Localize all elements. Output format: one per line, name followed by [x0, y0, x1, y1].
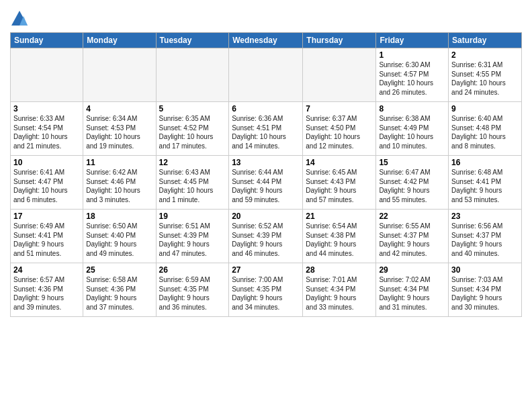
day-info: Sunrise: 6:55 AM Sunset: 4:37 PM Dayligh… [379, 222, 445, 258]
day-info: Sunrise: 6:41 AM Sunset: 4:47 PM Dayligh… [13, 168, 80, 204]
day-number: 9 [451, 104, 519, 113]
calendar-cell: 3Sunrise: 6:33 AM Sunset: 4:54 PM Daylig… [11, 102, 83, 156]
calendar-cell: 30Sunrise: 7:03 AM Sunset: 4:34 PM Dayli… [449, 263, 522, 317]
calendar-cell: 28Sunrise: 7:01 AM Sunset: 4:34 PM Dayli… [303, 263, 376, 317]
day-number: 7 [306, 104, 373, 113]
calendar-header-saturday: Saturday [449, 33, 522, 48]
calendar-cell: 1Sunrise: 6:30 AM Sunset: 4:57 PM Daylig… [376, 48, 449, 102]
day-number: 19 [159, 212, 226, 221]
calendar-cell: 6Sunrise: 6:36 AM Sunset: 4:51 PM Daylig… [229, 102, 303, 156]
calendar-header-wednesday: Wednesday [229, 33, 303, 48]
day-number: 21 [306, 212, 373, 221]
day-number: 15 [379, 158, 445, 167]
day-number: 10 [13, 158, 80, 167]
calendar-cell: 23Sunrise: 6:56 AM Sunset: 4:37 PM Dayli… [449, 210, 522, 263]
day-number: 12 [159, 158, 226, 167]
day-info: Sunrise: 6:34 AM Sunset: 4:53 PM Dayligh… [86, 114, 152, 150]
day-number: 13 [232, 158, 300, 167]
day-number: 25 [86, 265, 152, 275]
calendar-header-monday: Monday [83, 33, 156, 48]
day-info: Sunrise: 6:40 AM Sunset: 4:48 PM Dayligh… [451, 114, 519, 150]
day-number: 1 [379, 50, 445, 60]
calendar-cell: 2Sunrise: 6:31 AM Sunset: 4:55 PM Daylig… [449, 48, 522, 102]
day-info: Sunrise: 7:00 AM Sunset: 4:35 PM Dayligh… [232, 275, 300, 312]
day-number: 8 [379, 104, 445, 113]
calendar-cell [11, 48, 83, 102]
calendar-cell: 29Sunrise: 7:02 AM Sunset: 4:34 PM Dayli… [376, 263, 449, 317]
day-info: Sunrise: 6:36 AM Sunset: 4:51 PM Dayligh… [232, 114, 300, 150]
day-info: Sunrise: 6:59 AM Sunset: 4:35 PM Dayligh… [159, 275, 226, 312]
calendar-header-thursday: Thursday [303, 33, 376, 48]
day-number: 18 [86, 212, 152, 221]
day-info: Sunrise: 6:45 AM Sunset: 4:43 PM Dayligh… [306, 168, 373, 204]
day-info: Sunrise: 6:30 AM Sunset: 4:57 PM Dayligh… [379, 60, 445, 97]
day-number: 27 [232, 265, 300, 275]
calendar-header-friday: Friday [376, 33, 449, 48]
calendar-cell: 21Sunrise: 6:54 AM Sunset: 4:38 PM Dayli… [303, 210, 376, 263]
calendar-cell [229, 48, 303, 102]
day-info: Sunrise: 7:03 AM Sunset: 4:34 PM Dayligh… [451, 275, 519, 312]
calendar-week-row: 10Sunrise: 6:41 AM Sunset: 4:47 PM Dayli… [11, 156, 522, 210]
day-info: Sunrise: 6:49 AM Sunset: 4:41 PM Dayligh… [13, 222, 80, 258]
day-info: Sunrise: 6:58 AM Sunset: 4:36 PM Dayligh… [86, 275, 152, 312]
calendar-cell: 8Sunrise: 6:38 AM Sunset: 4:49 PM Daylig… [376, 102, 449, 156]
calendar-cell [156, 48, 229, 102]
calendar-cell: 16Sunrise: 6:48 AM Sunset: 4:41 PM Dayli… [449, 156, 522, 210]
day-number: 14 [306, 158, 373, 167]
day-info: Sunrise: 6:47 AM Sunset: 4:42 PM Dayligh… [379, 168, 445, 204]
day-info: Sunrise: 6:33 AM Sunset: 4:54 PM Dayligh… [13, 114, 80, 150]
calendar-header-row: SundayMondayTuesdayWednesdayThursdayFrid… [11, 33, 522, 48]
calendar-cell: 15Sunrise: 6:47 AM Sunset: 4:42 PM Dayli… [376, 156, 449, 210]
calendar-cell: 27Sunrise: 7:00 AM Sunset: 4:35 PM Dayli… [229, 263, 303, 317]
day-number: 29 [379, 265, 445, 275]
day-number: 26 [159, 265, 226, 275]
calendar-cell: 13Sunrise: 6:44 AM Sunset: 4:44 PM Dayli… [229, 156, 303, 210]
calendar-week-row: 24Sunrise: 6:57 AM Sunset: 4:36 PM Dayli… [11, 263, 522, 317]
day-info: Sunrise: 6:31 AM Sunset: 4:55 PM Dayligh… [451, 60, 519, 97]
calendar-cell: 4Sunrise: 6:34 AM Sunset: 4:53 PM Daylig… [83, 102, 156, 156]
calendar-cell: 9Sunrise: 6:40 AM Sunset: 4:48 PM Daylig… [449, 102, 522, 156]
day-info: Sunrise: 7:02 AM Sunset: 4:34 PM Dayligh… [379, 275, 445, 312]
calendar-cell: 14Sunrise: 6:45 AM Sunset: 4:43 PM Dayli… [303, 156, 376, 210]
day-number: 4 [86, 104, 152, 113]
calendar-week-row: 3Sunrise: 6:33 AM Sunset: 4:54 PM Daylig… [11, 102, 522, 156]
day-number: 23 [451, 212, 519, 221]
day-number: 5 [159, 104, 226, 113]
day-info: Sunrise: 6:57 AM Sunset: 4:36 PM Dayligh… [13, 275, 80, 312]
day-info: Sunrise: 6:43 AM Sunset: 4:45 PM Dayligh… [159, 168, 226, 204]
calendar-cell: 5Sunrise: 6:35 AM Sunset: 4:52 PM Daylig… [156, 102, 229, 156]
calendar-week-row: 17Sunrise: 6:49 AM Sunset: 4:41 PM Dayli… [11, 210, 522, 263]
day-number: 17 [13, 212, 80, 221]
day-info: Sunrise: 6:48 AM Sunset: 4:41 PM Dayligh… [451, 168, 519, 204]
day-info: Sunrise: 6:42 AM Sunset: 4:46 PM Dayligh… [86, 168, 152, 204]
day-info: Sunrise: 6:56 AM Sunset: 4:37 PM Dayligh… [451, 222, 519, 258]
calendar-cell: 26Sunrise: 6:59 AM Sunset: 4:35 PM Dayli… [156, 263, 229, 317]
calendar-cell: 10Sunrise: 6:41 AM Sunset: 4:47 PM Dayli… [11, 156, 83, 210]
day-number: 24 [13, 265, 80, 275]
calendar-cell: 20Sunrise: 6:52 AM Sunset: 4:39 PM Dayli… [229, 210, 303, 263]
day-info: Sunrise: 7:01 AM Sunset: 4:34 PM Dayligh… [306, 275, 373, 312]
calendar-cell: 18Sunrise: 6:50 AM Sunset: 4:40 PM Dayli… [83, 210, 156, 263]
day-info: Sunrise: 6:37 AM Sunset: 4:50 PM Dayligh… [306, 114, 373, 150]
calendar-cell: 12Sunrise: 6:43 AM Sunset: 4:45 PM Dayli… [156, 156, 229, 210]
calendar-cell [83, 48, 156, 102]
day-info: Sunrise: 6:51 AM Sunset: 4:39 PM Dayligh… [159, 222, 226, 258]
calendar-cell: 19Sunrise: 6:51 AM Sunset: 4:39 PM Dayli… [156, 210, 229, 263]
calendar-table: SundayMondayTuesdayWednesdayThursdayFrid… [10, 32, 522, 317]
logo [10, 9, 32, 28]
calendar-cell: 24Sunrise: 6:57 AM Sunset: 4:36 PM Dayli… [11, 263, 83, 317]
day-number: 30 [451, 265, 519, 275]
day-info: Sunrise: 6:35 AM Sunset: 4:52 PM Dayligh… [159, 114, 226, 150]
day-number: 16 [451, 158, 519, 167]
page: SundayMondayTuesdayWednesdayThursdayFrid… [0, 0, 532, 411]
calendar-cell: 22Sunrise: 6:55 AM Sunset: 4:37 PM Dayli… [376, 210, 449, 263]
day-number: 2 [451, 50, 519, 60]
calendar-cell: 25Sunrise: 6:58 AM Sunset: 4:36 PM Dayli… [83, 263, 156, 317]
day-info: Sunrise: 6:44 AM Sunset: 4:44 PM Dayligh… [232, 168, 300, 204]
day-number: 11 [86, 158, 152, 167]
day-number: 6 [232, 104, 300, 113]
day-info: Sunrise: 6:50 AM Sunset: 4:40 PM Dayligh… [86, 222, 152, 258]
day-number: 20 [232, 212, 300, 221]
day-number: 28 [306, 265, 373, 275]
day-info: Sunrise: 6:52 AM Sunset: 4:39 PM Dayligh… [232, 222, 300, 258]
